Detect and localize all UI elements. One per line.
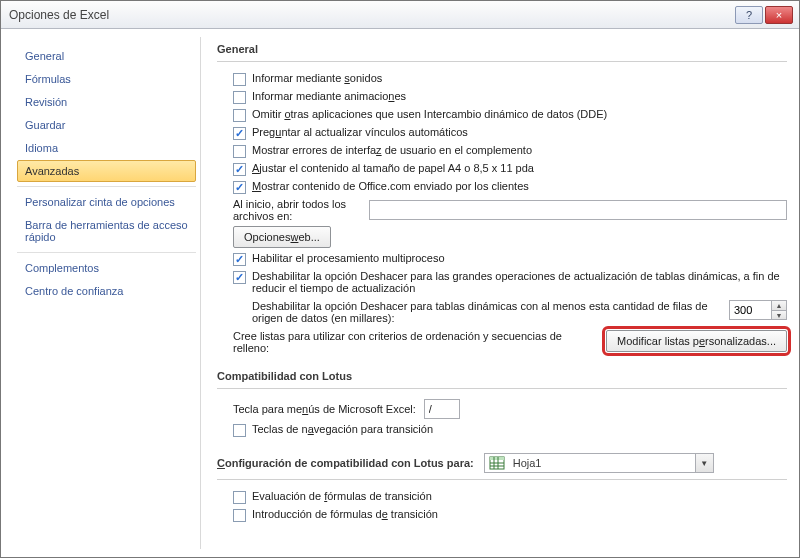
sidebar-item-general[interactable]: General xyxy=(17,45,196,67)
help-button[interactable]: ? xyxy=(735,6,763,24)
sidebar-item-trust-center[interactable]: Centro de confianza xyxy=(17,280,196,302)
checkbox-icon[interactable] xyxy=(233,253,246,266)
checkbox-icon[interactable] xyxy=(233,73,246,86)
window-title: Opciones de Excel xyxy=(7,8,733,22)
opt-transition-entry[interactable]: Introducción de fórmulas de transición xyxy=(217,506,787,524)
checkbox-icon[interactable] xyxy=(233,91,246,104)
sidebar-separator xyxy=(17,252,196,253)
group-lotus-for-title: Configuración de compatibilidad con Lotu… xyxy=(217,449,787,480)
opt-sounds-label: Informar mediante sonidos xyxy=(252,72,787,84)
checkbox-icon[interactable] xyxy=(233,509,246,522)
lotus-menu-key-input[interactable] xyxy=(424,399,460,419)
undo-rows-input[interactable] xyxy=(729,300,771,320)
options-content: General Informar mediante sonidos Inform… xyxy=(201,29,799,557)
sidebar-item-addins[interactable]: Complementos xyxy=(17,257,196,279)
opt-animations[interactable]: Informar mediante animaciones xyxy=(217,88,787,106)
opt-update-links-label: Preguntar al actualizar vínculos automát… xyxy=(252,126,787,138)
spin-down-icon[interactable]: ▼ xyxy=(772,310,786,319)
sidebar-separator xyxy=(17,186,196,187)
sidebar-item-advanced[interactable]: Avanzadas xyxy=(17,160,196,182)
opt-animations-label: Informar mediante animaciones xyxy=(252,90,787,102)
web-options-button[interactable]: Opciones web... xyxy=(233,226,331,248)
sidebar-item-language[interactable]: Idioma xyxy=(17,137,196,159)
opt-addin-errors-label: Mostrar errores de interfaz de usuario e… xyxy=(252,144,787,156)
web-options-row: Opciones web... xyxy=(217,224,787,250)
startup-files-label: Al inicio, abrir todos los archivos en: xyxy=(233,198,361,222)
startup-files-row: Al inicio, abrir todos los archivos en: xyxy=(217,196,787,224)
undo-rows-label: Deshabilitar la opción Deshacer para tab… xyxy=(233,300,721,324)
opt-officecom[interactable]: Mostrar contenido de Office.com enviado … xyxy=(217,178,787,196)
chevron-down-icon[interactable]: ▼ xyxy=(695,454,713,472)
sidebar-item-proofing[interactable]: Revisión xyxy=(17,91,196,113)
opt-transition-entry-label: Introducción de fórmulas de transición xyxy=(252,508,787,520)
spin-up-icon[interactable]: ▲ xyxy=(772,301,786,310)
edit-custom-lists-button[interactable]: Modificar listas personalizadas... xyxy=(606,330,787,352)
opt-undo-refresh[interactable]: Deshabilitar la opción Deshacer para las… xyxy=(217,268,787,296)
sidebar-item-formulas[interactable]: Fórmulas xyxy=(17,68,196,90)
custom-lists-row: Cree listas para utilizar con criterios … xyxy=(217,326,787,356)
opt-lotus-nav[interactable]: Teclas de navegación para transición xyxy=(217,421,787,439)
sidebar-item-save[interactable]: Guardar xyxy=(17,114,196,136)
checkbox-icon[interactable] xyxy=(233,109,246,122)
checkbox-icon[interactable] xyxy=(233,163,246,176)
svg-rect-1 xyxy=(490,457,504,460)
opt-update-links[interactable]: Preguntar al actualizar vínculos automát… xyxy=(217,124,787,142)
category-sidebar: General Fórmulas Revisión Guardar Idioma… xyxy=(9,37,201,549)
group-lotus-title: Compatibilidad con Lotus xyxy=(217,366,787,389)
lotus-menu-key-row: Tecla para menús de Microsoft Excel: xyxy=(217,397,787,421)
checkbox-icon[interactable] xyxy=(233,181,246,194)
opt-transition-eval-label: Evaluación de fórmulas de transición xyxy=(252,490,787,502)
checkbox-icon[interactable] xyxy=(233,271,246,284)
opt-multiproc-label: Habilitar el procesamiento multiproceso xyxy=(252,252,787,264)
opt-multiproc[interactable]: Habilitar el procesamiento multiproceso xyxy=(217,250,787,268)
checkbox-icon[interactable] xyxy=(233,424,246,437)
sidebar-item-qat[interactable]: Barra de herramientas de acceso rápido xyxy=(17,214,196,248)
titlebar: Opciones de Excel ? × xyxy=(1,1,799,29)
opt-undo-refresh-label: Deshabilitar la opción Deshacer para las… xyxy=(252,270,787,294)
checkbox-icon[interactable] xyxy=(233,491,246,504)
undo-rows-spin: ▲ ▼ xyxy=(729,300,787,320)
lotus-menu-key-label: Tecla para menús de Microsoft Excel: xyxy=(233,403,416,415)
opt-a4-scale[interactable]: Ajustar el contenido al tamaño de papel … xyxy=(217,160,787,178)
sidebar-item-customize-ribbon[interactable]: Personalizar cinta de opciones xyxy=(17,191,196,213)
checkbox-icon[interactable] xyxy=(233,145,246,158)
checkbox-icon[interactable] xyxy=(233,127,246,140)
opt-dde-label: Omitir otras aplicaciones que usen Inter… xyxy=(252,108,787,120)
lotus-sheet-combo[interactable]: Hoja1 ▼ xyxy=(484,453,714,473)
group-general-title: General xyxy=(217,39,787,62)
lotus-sheet-value: Hoja1 xyxy=(509,457,695,469)
opt-transition-eval[interactable]: Evaluación de fórmulas de transición xyxy=(217,488,787,506)
close-button[interactable]: × xyxy=(765,6,793,24)
opt-dde[interactable]: Omitir otras aplicaciones que usen Inter… xyxy=(217,106,787,124)
opt-addin-errors[interactable]: Mostrar errores de interfaz de usuario e… xyxy=(217,142,787,160)
opt-a4-scale-label: Ajustar el contenido al tamaño de papel … xyxy=(252,162,787,174)
opt-lotus-nav-label: Teclas de navegación para transición xyxy=(252,423,787,435)
startup-files-input[interactable] xyxy=(369,200,787,220)
dialog-body: General Fórmulas Revisión Guardar Idioma… xyxy=(1,29,799,557)
opt-sounds[interactable]: Informar mediante sonidos xyxy=(217,70,787,88)
custom-lists-label: Cree listas para utilizar con criterios … xyxy=(233,330,598,354)
undo-rows-row: Deshabilitar la opción Deshacer para tab… xyxy=(217,296,787,326)
opt-officecom-label: Mostrar contenido de Office.com enviado … xyxy=(252,180,787,192)
worksheet-icon xyxy=(489,455,505,471)
